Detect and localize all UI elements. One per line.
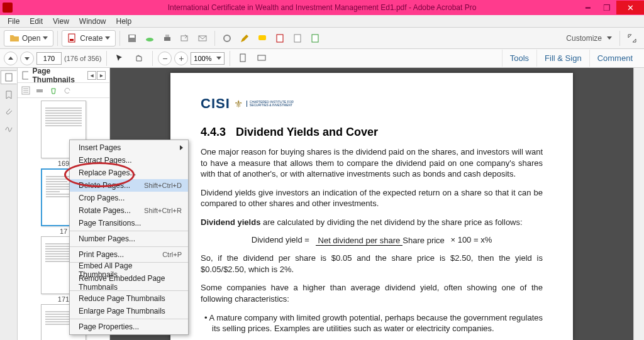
print-thumb-button[interactable] [35,86,44,95]
svg-rect-0 [69,34,75,42]
minimize-button[interactable]: ━ [579,1,597,14]
logo-subtext: CHARTERED INSTITUTE FOR SECURITIES & INV… [247,101,294,107]
customize-label: Customize [566,34,602,43]
open-dropdown-icon [43,36,48,40]
toolbar-nav: 170 (176 of 356) − + 100% Tools Fill & S… [0,49,644,68]
bold-term: Dividend yields [201,217,260,227]
form-button[interactable] [272,30,288,47]
comment-button[interactable] [254,30,270,47]
ctx-page-properties[interactable]: Page Properties... [70,321,188,333]
email-icon [197,33,208,43]
fit-page-icon [238,53,248,63]
fit-width-icon [257,53,267,63]
svg-rect-1 [70,39,74,41]
svg-rect-15 [258,55,265,60]
expand-button[interactable] [624,30,640,47]
formula-rhs: × 100 = x% [450,235,492,244]
signature-icon [4,123,13,132]
formula-lhs: Dividend yield = [252,235,309,244]
toolbar-main: Open Create Customize [0,28,644,49]
ctx-rotate-pages[interactable]: Rotate Pages...Shift+Ctrl+R [70,204,188,217]
ctx-crop-pages[interactable]: Crop Pages... [70,192,188,204]
pdf-page: CISI ⚜ CHARTERED INSTITUTE FOR SECURITIE… [170,73,573,340]
prev-page-button[interactable] [4,52,18,65]
sign-button[interactable] [236,30,253,47]
menubar: File Edit View Window Help [0,15,644,28]
next-page-button[interactable] [20,52,34,65]
open-label: Open [22,34,40,43]
ctx-label: Reduce Page Thumbnails [79,294,165,303]
signatures-tab[interactable] [3,122,14,133]
customize-button[interactable]: Customize [562,34,616,43]
menu-file[interactable]: File [3,17,25,26]
cisi-logo: CISI ⚜ CHARTERED INSTITUTE FOR SECURITIE… [201,96,543,112]
hand-tool[interactable] [131,50,147,67]
zoom-dropdown-icon [216,57,221,60]
svg-rect-10 [258,35,266,40]
select-tool[interactable] [112,50,128,67]
fit-width-button[interactable] [254,50,270,67]
rotate-thumb-button[interactable] [63,86,72,95]
collapse-right-button[interactable]: ▸ [97,71,106,80]
ctx-extract-pages[interactable]: Extract Pages... [70,154,188,167]
app-icon [3,3,13,13]
open-button[interactable]: Open [4,30,53,47]
menu-view[interactable]: View [48,17,74,26]
ctx-replace-pages[interactable]: Replace Pages... [70,167,188,179]
page-number-input[interactable]: 170 [36,52,62,65]
ctx-remove-thumbnails[interactable]: Remove Embedded Page Thumbnails [70,277,188,289]
attachments-tab[interactable] [3,106,14,117]
tools-panel-button[interactable]: Tools [502,50,536,67]
menu-help[interactable]: Help [111,17,137,26]
zoom-value: 100% [194,55,211,62]
fit-page-button[interactable] [235,50,252,67]
email-button[interactable] [194,30,211,47]
ctx-label: Enlarge Page Thumbnails [79,307,165,315]
zoom-in-button[interactable]: + [174,52,188,65]
close-button[interactable]: ✕ [616,1,644,14]
ctx-label: Number Pages... [79,234,135,243]
section-heading: 4.4.3Dividend Yields and Cover [201,126,543,139]
thumbnails-tab[interactable] [1,70,17,84]
print-button[interactable] [159,30,175,47]
ctx-enlarge-thumbnails[interactable]: Enlarge Page Thumbnails [70,305,188,317]
ctx-shortcut: Ctrl+P [162,251,182,258]
menu-window[interactable]: Window [74,17,111,26]
svg-rect-17 [23,72,28,79]
ctx-insert-pages[interactable]: Insert Pages [70,141,188,154]
action-button[interactable] [307,30,323,47]
cloud-icon [145,33,155,43]
ctx-label: Insert Pages [79,143,121,152]
zoom-out-button[interactable]: − [158,52,172,65]
collapse-left-button[interactable]: ◂ [87,71,96,80]
pencil-icon [240,33,250,43]
zoom-select[interactable]: 100% [191,52,225,65]
vertical-scrollbar[interactable] [633,68,644,340]
menu-edit[interactable]: Edit [25,17,48,26]
fill-sign-panel-button[interactable]: Fill & Sign [536,50,589,67]
trash-icon [49,86,58,95]
restore-button[interactable]: ❐ [597,1,616,14]
edit-text-button[interactable] [219,30,235,47]
options-button[interactable] [21,86,30,95]
ctx-label: Crop Pages... [79,194,125,202]
save-button[interactable] [124,30,140,47]
ctx-reduce-thumbnails[interactable]: Reduce Page Thumbnails [70,292,188,305]
comment-panel-button[interactable]: Comment [589,50,640,67]
bookmarks-tab[interactable] [3,89,14,101]
print-icon [162,33,172,43]
ctx-print-pages[interactable]: Print Pages...Ctrl+P [70,248,188,261]
ctx-number-pages[interactable]: Number Pages... [70,233,188,245]
save-icon [127,33,137,43]
para-text: are calculated by dividing the net divid… [260,217,522,227]
multimedia-button[interactable] [289,30,306,47]
ctx-delete-pages[interactable]: Delete Pages...Shift+Ctrl+D [70,179,188,192]
cursor-icon [115,53,125,63]
context-menu: Insert Pages Extract Pages... Replace Pa… [69,140,189,335]
cloud-button[interactable] [142,30,158,47]
page-count: (176 of 356) [64,55,101,62]
delete-thumb-button[interactable] [49,86,58,95]
ctx-page-transitions[interactable]: Page Transitions... [70,217,188,229]
create-button[interactable]: Create [62,30,116,47]
share-button[interactable] [177,30,193,47]
